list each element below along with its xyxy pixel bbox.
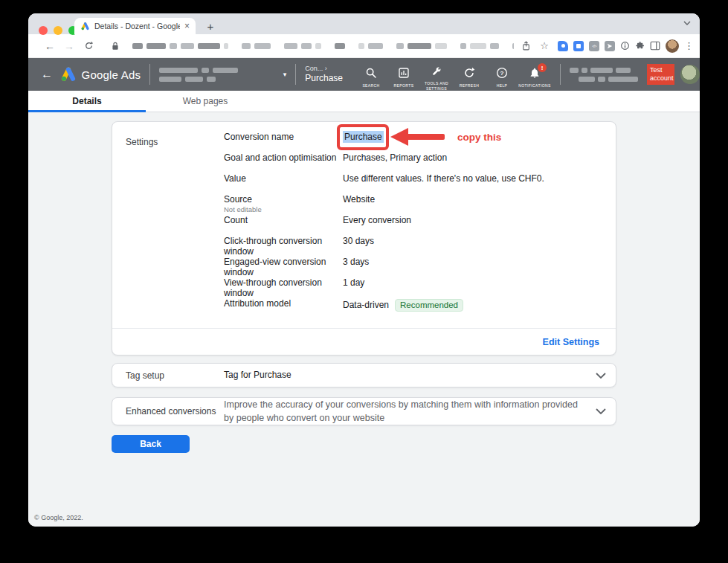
- browser-profile-avatar[interactable]: [666, 39, 679, 53]
- ads-nav: SEARCH REPORTS TOOLS AND SETTINGS REFRES…: [355, 58, 551, 91]
- extension-tag-icon[interactable]: [558, 41, 568, 51]
- enhanced-conversions-card[interactable]: Enhanced conversions Improve the accurac…: [112, 397, 616, 425]
- browser-back-button[interactable]: ←: [42, 40, 58, 52]
- extension-send-icon[interactable]: [605, 41, 615, 51]
- tag-setup-card[interactable]: Tag setup Tag for Purchase: [112, 363, 616, 387]
- recommended-badge: Recommended: [395, 299, 463, 312]
- redacted-block: [207, 77, 216, 82]
- settings-row-count: Count Every conversion: [112, 212, 616, 233]
- redacted-block: [435, 43, 447, 49]
- setting-label: Value: [224, 170, 343, 191]
- chevron-down-icon[interactable]: [596, 408, 606, 414]
- setting-label: Count: [224, 212, 343, 233]
- redacted-block: [358, 43, 364, 49]
- breadcrumb[interactable]: Con... › Purchase: [305, 65, 343, 84]
- browser-tab[interactable]: Details - Dozent - Google Ads ×: [74, 18, 196, 34]
- window-controls[interactable]: [39, 26, 77, 35]
- extension-blue-icon[interactable]: [573, 41, 584, 51]
- account-caret-icon[interactable]: ▾: [283, 71, 287, 78]
- setting-label: Source Not editable: [224, 191, 343, 212]
- nav-reports[interactable]: REPORTS: [387, 58, 420, 91]
- refresh-icon: [463, 67, 475, 79]
- account-selector[interactable]: [159, 68, 279, 82]
- google-ads-favicon: [80, 22, 90, 31]
- setting-value: 3 days: [343, 254, 369, 274]
- extensions-puzzle-icon[interactable]: [635, 41, 645, 51]
- ads-header-right: Test account: [551, 64, 700, 86]
- settings-row-source: Source Not editable Website: [112, 191, 616, 212]
- chevron-down-icon[interactable]: [596, 373, 606, 379]
- tag-setup-value: Tag for Purchase: [224, 369, 588, 382]
- setting-value: Purchases, Primary action: [343, 149, 447, 170]
- redacted-block: [579, 77, 595, 82]
- close-tab-icon[interactable]: ×: [184, 22, 190, 30]
- redacted-block: [598, 77, 605, 82]
- minimize-window-button[interactable]: [54, 26, 62, 35]
- setting-label: Click-through conversion window: [224, 233, 343, 254]
- back-button[interactable]: Back: [112, 435, 190, 453]
- redacted-block: [132, 43, 143, 49]
- edit-settings-link[interactable]: Edit Settings: [543, 337, 599, 347]
- info-icon[interactable]: [620, 41, 630, 51]
- setting-value: Website: [343, 191, 375, 212]
- redacted-block: [198, 43, 220, 49]
- enhanced-conversions-value: Improve the accuracy of your conversions…: [224, 398, 588, 425]
- breadcrumb-current: Purchase: [305, 73, 343, 84]
- setting-label: Attribution model: [224, 295, 343, 316]
- address-bar[interactable]: [132, 43, 514, 49]
- help-icon: ?: [496, 67, 508, 79]
- redacted-block: [185, 77, 203, 82]
- annotation-arrow-shaft: [407, 134, 445, 140]
- settings-section-label: Settings: [126, 137, 158, 147]
- redacted-block: [213, 68, 238, 73]
- redacted-block: [512, 43, 514, 49]
- enhanced-conversions-label: Enhanced conversions: [126, 406, 224, 416]
- breadcrumb-separator-icon: ›: [325, 65, 327, 72]
- redacted-block: [159, 77, 181, 82]
- browser-forward-button[interactable]: →: [61, 40, 77, 52]
- tag-setup-label: Tag setup: [126, 370, 224, 381]
- header-divider: [295, 64, 296, 85]
- nav-help[interactable]: ? HELP: [486, 58, 518, 91]
- extension-code-icon[interactable]: </>: [589, 41, 599, 51]
- svg-text:?: ?: [500, 70, 504, 77]
- redacted-block: [301, 43, 312, 49]
- tab-search-chevron-icon[interactable]: [683, 21, 691, 25]
- setting-label: Engaged-view conversion window: [224, 254, 343, 274]
- redacted-block: [242, 43, 251, 49]
- header-divider: [149, 64, 150, 85]
- nav-search[interactable]: SEARCH: [355, 58, 387, 91]
- setting-label: Conversion name: [224, 129, 343, 149]
- footer-copyright: © Google, 2022.: [34, 514, 83, 521]
- new-tab-button[interactable]: +: [202, 17, 219, 35]
- header-divider: [560, 64, 561, 85]
- side-panel-icon[interactable]: [650, 41, 660, 51]
- nav-notifications[interactable]: ! NOTIFICATIONS: [518, 58, 551, 91]
- tab-title: Details - Dozent - Google Ads: [94, 22, 180, 30]
- lock-icon: [107, 42, 123, 51]
- settings-row-goal: Goal and action optimisation Purchases, …: [112, 149, 616, 170]
- redacted-block: [460, 43, 466, 49]
- browser-toolbar: ← → ☆ </> ⋮: [28, 34, 700, 58]
- redacted-block: [170, 43, 177, 49]
- annotation-label: copy this: [457, 132, 501, 143]
- redacted-block: [608, 77, 638, 82]
- bookmark-star-icon[interactable]: ☆: [536, 40, 553, 51]
- redacted-block: [146, 43, 166, 49]
- redacted-block: [590, 68, 613, 73]
- tab-details[interactable]: Details: [28, 91, 146, 112]
- breadcrumb-parent[interactable]: Con...: [305, 65, 323, 72]
- nav-tools-settings[interactable]: TOOLS AND SETTINGS: [420, 58, 453, 91]
- google-ads-logo: [59, 66, 77, 83]
- redacted-block: [570, 68, 579, 73]
- ads-back-arrow[interactable]: ←: [37, 68, 57, 81]
- setting-label: Goal and action optimisation: [224, 149, 343, 170]
- nav-refresh[interactable]: REFRESH: [453, 58, 486, 91]
- share-icon[interactable]: [521, 41, 531, 51]
- profile-avatar[interactable]: [680, 65, 700, 84]
- tab-web-pages[interactable]: Web pages: [146, 91, 265, 112]
- browser-menu-icon[interactable]: ⋮: [684, 40, 694, 51]
- close-window-button[interactable]: [39, 26, 48, 35]
- toolbar-extensions: ☆ </> ⋮: [521, 39, 694, 53]
- browser-reload-button[interactable]: [80, 41, 97, 51]
